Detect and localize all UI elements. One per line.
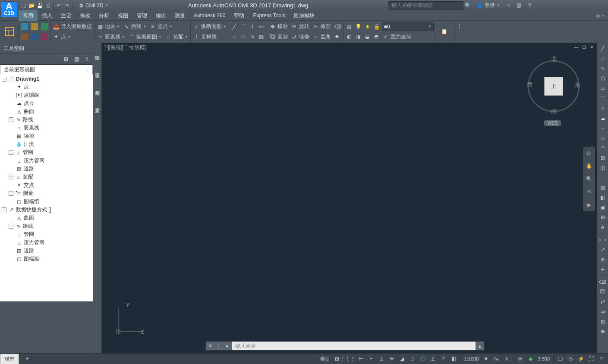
compass-north[interactable]: 北 [551,55,557,63]
mirror-button[interactable]: ⇄镜像 [290,32,311,41]
hardware-icon[interactable]: ⚡ [576,355,586,363]
tree-node-pressurepipe[interactable]: ⟂压力管网 [1,157,92,165]
help-small-icon[interactable]: ? [82,54,91,64]
set-current-button[interactable]: ✓置为当前 [381,32,413,41]
tree-node-catchment[interactable]: 💧汇流 [1,140,92,148]
cleanscreen-icon[interactable]: ⛶ [586,355,596,363]
vp-minimize-icon[interactable]: — [573,44,580,50]
palette-btn-2[interactable] [30,22,39,31]
hatch-icon[interactable]: ▨ [257,32,266,41]
snap-icon[interactable]: ⋮⋮⋮ [343,355,352,363]
layer-btn-a[interactable]: ◐ [345,32,353,41]
ortho-icon[interactable]: ⊥ [377,355,386,363]
rt-dim-icon[interactable]: ⟷ [598,235,608,245]
menu-insert[interactable]: 插入 [38,10,57,21]
infer-icon[interactable]: ⊢ [356,355,365,363]
annotation-vis-icon[interactable]: λ [502,355,511,363]
layer-combo[interactable]: ■ 0 ▼ [382,22,434,31]
zoom-icon[interactable]: 🔍 [584,174,594,184]
layer-btn-b[interactable]: ◑ [354,32,362,41]
model-indicator[interactable]: 模型 [318,356,331,362]
lineweight-icon[interactable]: ≡ [439,355,448,363]
menu-home[interactable]: 常用 [19,10,38,21]
arc-icon[interactable]: ⌒ [239,22,248,31]
rt-gradient-icon[interactable]: ◧ [598,193,608,202]
tree-icon-btn[interactable]: ⊞ [62,54,70,64]
annotation-icon[interactable]: 🗛 [491,355,501,363]
cmd-close-icon[interactable]: ✕ [206,342,214,350]
login-button[interactable]: 👤 登录 ▼ [474,2,503,9]
tab-prospector[interactable]: 纵览 [93,43,101,61]
rt-copy-icon[interactable]: ⿻ [598,287,608,297]
toolspace-button[interactable] [1,22,18,41]
rt-array-icon[interactable]: ⊞ [598,317,608,326]
command-input[interactable]: 键入命令 [232,342,476,350]
tree-node-survey[interactable]: +🔭测量 [1,189,92,198]
layer-bulb-icon[interactable]: 💡 [354,22,363,31]
layer-btn-c[interactable]: ◒ [363,32,372,41]
ellipse-icon[interactable]: ⬭ [239,32,248,41]
help-icon[interactable]: ? [525,1,534,10]
palette-btn-1[interactable] [20,22,29,31]
rt-point-icon[interactable]: · [598,173,608,182]
tree-node-point[interactable]: ✦点 [1,83,92,91]
polyline-icon[interactable]: ⌇ [248,22,257,31]
alignments-button[interactable]: ∿路线▼ [122,22,148,31]
fillet-button[interactable]: ⌐圆角 [311,32,332,41]
copy-button[interactable]: ⿻复制 [268,32,289,41]
fullnav-wheel-icon[interactable]: ◎ [584,148,594,158]
rt-move-icon[interactable]: ✥ [598,327,608,336]
tree-node-site[interactable]: ▦场地 [1,132,92,140]
menu-express[interactable]: Express Tools [249,11,289,20]
tab-survey[interactable]: 测量 [93,78,101,96]
tree-shortcut-root[interactable]: − ↗ 数据快捷方式 [] [1,206,92,214]
palette-btn-3[interactable] [40,22,49,31]
open-icon[interactable]: 📂 [28,2,35,9]
customize-icon[interactable]: ≡ [597,355,606,363]
rt-mirror-icon[interactable]: ⇄ [598,297,608,307]
saveas-icon[interactable]: ⎙ [44,2,52,9]
isodraft-icon[interactable]: ◢ [397,355,407,363]
compass-west[interactable]: 西 [527,81,533,89]
rotate-button[interactable]: ⟳旋转 [290,22,311,31]
menu-a360[interactable]: Autodesk 360 [189,11,230,20]
spline-icon[interactable]: ∿ [248,32,257,41]
palette-btn-5[interactable] [30,32,39,41]
workspace-switcher[interactable]: ⚙ Civil 3D ▼ [79,3,108,9]
rt-insert-icon[interactable]: ⊞ [598,153,608,163]
rt-table-icon[interactable]: ⊞ [598,213,608,222]
layer-lock-icon[interactable]: 🔓 [372,22,381,31]
preview-icon-btn[interactable]: ▤ [72,54,81,64]
rt-spline-icon[interactable]: ~ [598,123,608,133]
tab-settings[interactable]: 设置 [93,61,101,78]
minimize-button[interactable]: — [544,1,560,10]
menu-modify[interactable]: 修改 [76,10,95,21]
maximize-button[interactable]: ☐ [567,1,583,10]
transparency-icon[interactable]: ◧ [449,355,459,363]
trim-button[interactable]: ✂修剪 [311,22,332,31]
cmd-prompt-icon[interactable]: ▸ [223,342,232,350]
intersections-button[interactable]: ✕交点▼ [148,22,174,31]
rt-ellipse-icon[interactable]: ⬭ [598,133,608,143]
3dosnap-icon[interactable]: ⬡ [418,355,428,363]
isolate-icon[interactable]: ◎ [566,355,575,363]
rt-xline-icon[interactable]: ⟋ [598,54,608,63]
tree-sc-viewframe[interactable]: ▢图幅组 [1,255,92,263]
wcs-label[interactable]: WCS [544,120,561,126]
rt-block-icon[interactable]: ◫ [598,163,608,173]
vp-maximize-icon[interactable]: ☐ [580,44,587,50]
menu-survey[interactable]: 测量 [170,10,189,21]
viewcube-top[interactable]: 上 [544,77,563,96]
tree-root[interactable]: − 📄 Drawing1 [1,75,92,83]
rt-revcloud-icon[interactable]: ☁ [598,113,608,123]
elev-marker-icon[interactable]: ◆ [526,355,535,363]
rt-pline-icon[interactable]: ∿ [598,64,608,73]
layout-add-icon[interactable]: + [22,355,32,363]
line-icon[interactable]: ╱ [230,22,239,31]
app-menu-button[interactable]: A C3D [1,1,17,18]
search-box[interactable]: 键入关键字或短语 [388,1,463,10]
scale-label[interactable]: 1:1000 [463,356,481,361]
point-button[interactable]: ✦点▼ [51,32,72,41]
sample-lines-button[interactable]: ⌇采样线 [192,32,218,41]
rt-ellipsearc-icon[interactable]: ◠ [598,143,608,153]
